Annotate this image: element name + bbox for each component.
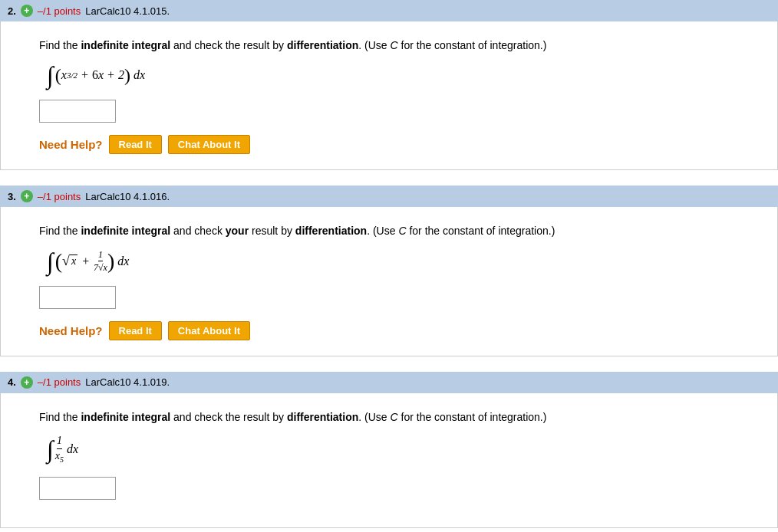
question-4-header: 4. + –/1 points LarCalc10 4.1.019. [0,372,778,393]
question-3: 3. + –/1 points LarCalc10 4.1.016. Find … [0,186,778,356]
question-3-problem: Find the indefinite integral and check y… [39,222,754,239]
plus-icon-4: + [21,376,33,389]
question-2-problem: Find the indefinite integral and check t… [39,37,754,54]
question-3-number: 3. [8,191,16,202]
question-3-header: 3. + –/1 points LarCalc10 4.1.016. [0,186,778,207]
question-4-math: ∫ 1 x5 dx [47,435,754,465]
question-2-number: 2. [8,5,16,17]
question-3-body: Find the indefinite integral and check y… [0,207,778,356]
question-2-answer[interactable] [39,100,116,123]
plus-icon-3: + [21,190,33,202]
question-3-points: –/1 points [38,191,81,202]
question-2-chat[interactable]: Chat About It [168,135,250,154]
question-2-math: ∫ ( x3/2 + 6x + 2 ) dx [47,63,754,87]
question-4-answer[interactable] [39,477,116,500]
question-4-body: Find the indefinite integral and check t… [0,393,778,528]
question-3-answer[interactable] [39,286,116,309]
question-4-number: 4. [8,376,16,388]
plus-icon-2: + [21,5,33,17]
question-4-ref: LarCalc10 4.1.019. [85,376,170,388]
question-3-chat[interactable]: Chat About It [168,321,250,340]
question-2-body: Find the indefinite integral and check t… [0,21,778,170]
question-3-math: ∫ ( √x + 1 7√x ) dx [47,249,754,274]
question-3-ref: LarCalc10 4.1.016. [85,191,170,202]
question-3-need-help: Need Help? [39,324,103,337]
question-4: 4. + –/1 points LarCalc10 4.1.019. Find … [0,372,778,528]
question-2-help-row: Need Help? Read It Chat About It [39,135,754,154]
question-2-points: –/1 points [38,5,81,17]
question-2-need-help: Need Help? [39,138,103,151]
question-3-help-row: Need Help? Read It Chat About It [39,321,754,340]
question-2-header: 2. + –/1 points LarCalc10 4.1.015. [0,0,778,21]
question-4-points: –/1 points [38,376,81,388]
question-4-problem: Find the indefinite integral and check t… [39,409,754,425]
question-2-ref: LarCalc10 4.1.015. [85,5,170,17]
question-2: 2. + –/1 points LarCalc10 4.1.015. Find … [0,0,778,170]
question-3-read-it[interactable]: Read It [109,321,162,340]
question-2-read-it[interactable]: Read It [109,135,162,154]
